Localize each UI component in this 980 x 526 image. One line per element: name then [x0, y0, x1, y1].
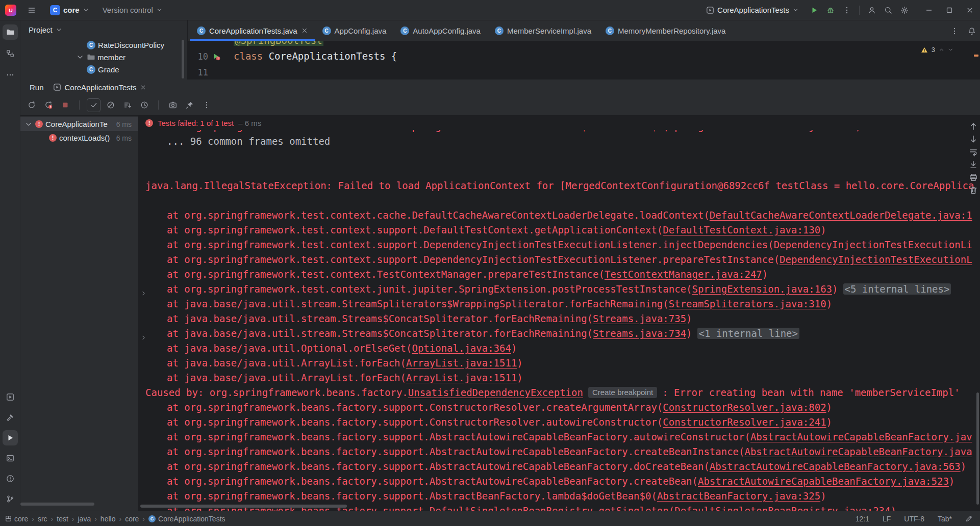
console-output[interactable]: at org.springframework.boot.test.context…	[138, 130, 980, 511]
stack-trace-link[interactable]: TestContextManager.java:247	[605, 269, 762, 280]
breadcrumb-item[interactable]: CCoreApplicationTests	[148, 515, 225, 523]
main-menu-button[interactable]	[23, 2, 40, 18]
tool-window-button-structure[interactable]	[3, 46, 18, 61]
editor-tab[interactable]: CAppConfig.java	[315, 20, 394, 41]
run-failed-test-gutter-icon[interactable]	[212, 52, 220, 61]
breadcrumb-item[interactable]: core	[5, 515, 28, 523]
chevron-down-icon[interactable]	[948, 47, 953, 52]
run-configuration-selector[interactable]: CoreApplicationTests	[703, 4, 802, 16]
arrow-up-icon[interactable]	[969, 122, 978, 131]
notifications-bell-icon[interactable]	[968, 27, 976, 35]
arrow-down-icon[interactable]	[969, 135, 978, 144]
debug-button[interactable]	[822, 2, 839, 18]
write-access-pencil-icon[interactable]	[965, 515, 973, 522]
breadcrumb-item[interactable]: src	[38, 515, 47, 523]
inspections-widget[interactable]: 3	[917, 44, 958, 55]
more-vertical-button[interactable]	[199, 98, 213, 112]
tool-window-button-services[interactable]	[3, 389, 18, 405]
trash-icon[interactable]	[969, 186, 978, 195]
internal-frames-hint[interactable]: <1 internal line>	[697, 328, 799, 339]
tab-options-icon[interactable]	[950, 27, 959, 35]
tool-window-button-build[interactable]	[3, 410, 18, 425]
breadcrumb-item[interactable]: hello	[100, 515, 116, 523]
stack-trace-link[interactable]: Streams.java:734	[593, 328, 686, 339]
console-vertical-scrollbar[interactable]	[976, 392, 979, 505]
editor[interactable]: 1011 @SpringBootTestclass CoreApplicatio…	[188, 41, 980, 80]
stack-trace-link[interactable]: Optional.java:364	[412, 343, 511, 354]
code-with-me-button[interactable]	[864, 2, 880, 18]
editor-tab[interactable]: CMemoryMemberRepository.java	[598, 20, 733, 41]
stop-button[interactable]	[58, 98, 72, 112]
tool-window-button-problems[interactable]	[3, 471, 18, 486]
internal-frames-hint[interactable]: <5 internal lines>	[843, 283, 951, 295]
fold-expand-icon[interactable]	[140, 286, 147, 293]
stack-trace-link[interactable]: DependencyInjectionTestExecutionLi	[774, 239, 972, 250]
stack-trace-link[interactable]: ConstructorResolver.java:802	[663, 402, 826, 413]
chevron-up-icon[interactable]	[939, 47, 944, 52]
fold-expand-icon[interactable]	[140, 330, 147, 337]
tree-horizontal-scrollbar[interactable]	[20, 503, 94, 506]
vcs-selector[interactable]: Version control	[99, 4, 166, 16]
soft-wrap-icon[interactable]	[969, 147, 978, 156]
editor-tab[interactable]: CAutoAppConfig.java	[393, 20, 488, 41]
project-tree-item[interactable]: member	[20, 51, 187, 63]
run-session-tab[interactable]: CoreApplicationTests	[53, 83, 147, 92]
line-separator[interactable]: LF	[883, 515, 891, 523]
tool-window-button-git-branch[interactable]	[3, 491, 18, 507]
scroll-end-icon[interactable]	[969, 160, 978, 169]
stack-trace-link[interactable]: DependencyInjectionTestExecutionL	[780, 254, 972, 265]
minimize-button[interactable]	[919, 0, 939, 20]
settings-button[interactable]	[896, 2, 913, 18]
editor-tab[interactable]: CMemberServiceImpl.java	[488, 20, 598, 41]
caret-position[interactable]: 12:1	[856, 515, 869, 523]
indent-style[interactable]: Tab*	[938, 515, 952, 523]
stack-trace-link[interactable]: AbstractAutowireCapableBeanFactory.java:…	[710, 461, 961, 472]
project-selector[interactable]: C core	[47, 3, 92, 17]
stack-trace-link[interactable]: DefaultTestContext.java:130	[663, 224, 820, 235]
tool-window-button-run[interactable]	[3, 430, 18, 445]
console-horizontal-scrollbar[interactable]	[140, 505, 347, 508]
stack-trace-link[interactable]: AbstractAutowireCapableBeanFactory.java:…	[698, 476, 949, 487]
stack-trace-link[interactable]: DefaultSingletonBeanRegistry.java:234	[674, 505, 890, 511]
close-window-button[interactable]	[960, 0, 980, 20]
stack-trace-link[interactable]: AbstractBeanFactory.java:325	[657, 490, 820, 502]
sort-duration-button[interactable]	[137, 98, 151, 112]
breadcrumb-item[interactable]: java	[78, 515, 91, 523]
stack-trace-link[interactable]: Streams.java:735	[593, 313, 686, 324]
stack-trace-link[interactable]: AbstractAutowireCapableBeanFactory.jav	[750, 431, 972, 442]
close-icon[interactable]	[140, 84, 146, 91]
rerun-button[interactable]	[24, 98, 38, 112]
stack-trace-link[interactable]: StreamSpliterators.java:310	[669, 298, 826, 309]
pin-button[interactable]	[183, 98, 196, 112]
tool-window-button-project[interactable]	[3, 24, 18, 40]
tool-window-button-terminal[interactable]	[3, 451, 18, 466]
project-panel-header[interactable]: Project	[20, 20, 187, 39]
stack-trace-link[interactable]: ConstructorResolver.java:241	[663, 416, 826, 428]
project-tree-item[interactable]: CGrade	[20, 63, 187, 75]
close-tab-icon[interactable]	[301, 27, 308, 34]
create-breakpoint-hint[interactable]: Create breakpoint	[588, 387, 657, 398]
tool-window-button-more-horizontal[interactable]	[3, 67, 18, 83]
stack-trace-link[interactable]: ArrayList.java:1511	[406, 357, 517, 369]
editor-tab[interactable]: CCoreApplicationTests.java	[190, 20, 315, 41]
print-icon[interactable]	[969, 173, 978, 182]
file-encoding[interactable]: UTF-8	[904, 515, 924, 523]
stack-trace-link[interactable]: ArrayList.java:1511	[406, 372, 517, 383]
project-tree-item[interactable]: CRateDiscountPolicy	[20, 39, 187, 51]
search-everywhere-button[interactable]	[880, 2, 896, 18]
stack-trace-link[interactable]: DefaultCacheAwareContextLoaderDelegate.j…	[710, 209, 972, 221]
sort-alpha-button[interactable]	[120, 98, 134, 112]
stack-trace-link[interactable]: AbstractAutowireCapableBeanFactory.java	[744, 446, 972, 457]
show-passed-button[interactable]	[87, 98, 100, 112]
project-scrollbar[interactable]	[182, 40, 184, 78]
test-tree-item[interactable]: !contextLoads()6 ms	[20, 131, 138, 145]
maximize-button[interactable]	[939, 0, 960, 20]
breadcrumb-item[interactable]: core	[125, 515, 139, 523]
breadcrumb-item[interactable]: test	[57, 515, 68, 523]
stack-trace-link[interactable]: UnsatisfiedDependencyException	[408, 387, 583, 398]
test-tree-item[interactable]: !CoreApplicationTe6 ms	[20, 117, 138, 131]
import-results-button[interactable]	[166, 98, 180, 112]
rerun-failed-button[interactable]	[41, 98, 55, 112]
show-ignored-button[interactable]	[104, 98, 117, 112]
error-stripe-mark[interactable]	[974, 55, 978, 57]
